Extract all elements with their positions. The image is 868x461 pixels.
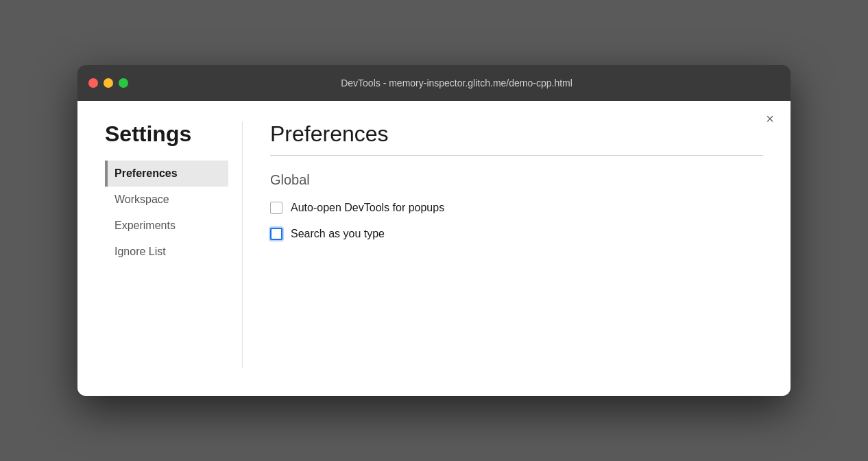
option-search-as-type-label: Search as you type: [291, 228, 385, 240]
sidebar-title: Settings: [105, 121, 228, 147]
option-auto-open: Auto-open DevTools for popups: [270, 202, 763, 214]
checkbox-search-as-type[interactable]: [270, 228, 282, 240]
option-search-as-type: Search as you type: [270, 228, 763, 240]
sidebar-item-workspace[interactable]: Workspace: [105, 187, 228, 213]
minimize-traffic-light[interactable]: [104, 78, 113, 88]
sidebar-item-preferences[interactable]: Preferences: [105, 161, 228, 187]
sidebar: Settings Preferences Workspace Experimen…: [105, 121, 242, 368]
close-button[interactable]: ×: [766, 112, 774, 126]
browser-window: DevTools - memory-inspector.glitch.me/de…: [77, 65, 791, 396]
close-traffic-light[interactable]: [88, 78, 98, 88]
main-title: Preferences: [270, 121, 763, 147]
browser-content: × Settings Preferences Workspace Experim…: [77, 101, 791, 396]
main-divider: [270, 155, 763, 156]
main-content: Preferences Global Auto-open DevTools fo…: [242, 121, 763, 368]
sidebar-nav: Preferences Workspace Experiments Ignore…: [105, 161, 228, 265]
section-title: Global: [270, 172, 763, 188]
options-list: Auto-open DevTools for popups Search as …: [270, 202, 763, 240]
maximize-traffic-light[interactable]: [119, 78, 128, 88]
sidebar-item-experiments[interactable]: Experiments: [105, 213, 228, 239]
title-bar-title: DevTools - memory-inspector.glitch.me/de…: [134, 78, 780, 88]
option-auto-open-label: Auto-open DevTools for popups: [291, 202, 444, 214]
traffic-lights: [88, 78, 128, 88]
sidebar-item-ignore-list[interactable]: Ignore List: [105, 239, 228, 265]
title-bar: DevTools - memory-inspector.glitch.me/de…: [77, 65, 791, 101]
checkbox-auto-open[interactable]: [270, 202, 282, 214]
settings-layout: Settings Preferences Workspace Experimen…: [105, 121, 763, 368]
